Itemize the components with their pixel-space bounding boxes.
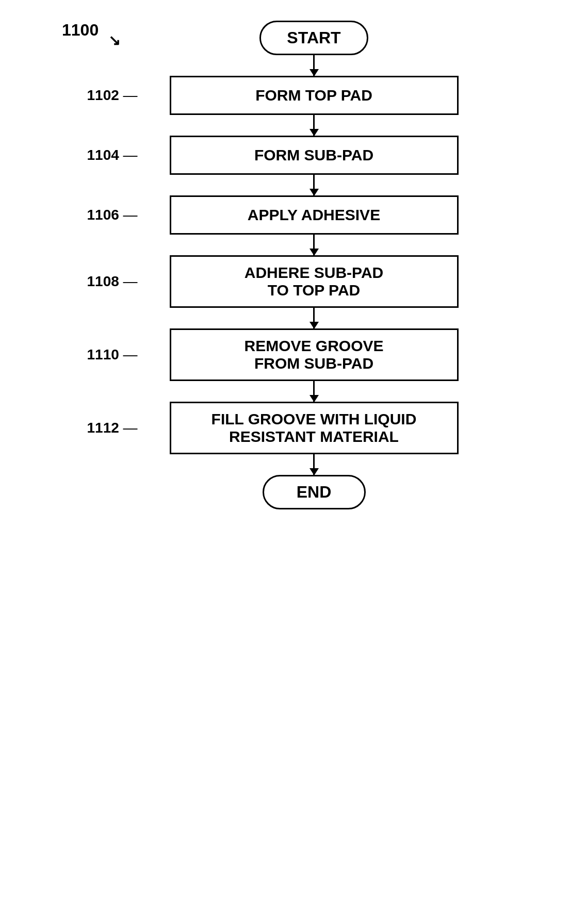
step-1108-wrapper: 1108 — ADHERE SUB-PAD TO TOP PAD	[170, 255, 459, 308]
step-1104-wrapper: 1104 — FORM SUB-PAD	[170, 136, 459, 175]
step-1112-wrapper: 1112 — FILL GROOVE WITH LIQUID RESISTANT…	[170, 402, 459, 454]
arrow-2	[313, 115, 315, 136]
arrow-3	[313, 175, 315, 195]
end-wrapper: END	[263, 475, 366, 509]
arrow-5	[313, 308, 315, 328]
step-1110-label: 1110 —	[87, 346, 142, 363]
end-node: END	[263, 475, 366, 509]
arrow-4	[313, 235, 315, 255]
step-1106-label: 1106 —	[87, 207, 142, 223]
step-1110-wrapper: 1110 — REMOVE GROOVE FROM SUB-PAD	[170, 328, 459, 381]
step-1104-box: FORM SUB-PAD	[170, 136, 459, 175]
step-1106-box: APPLY ADHESIVE	[170, 195, 459, 235]
flowchart: START 1102 — FORM TOP PAD 1104 — FORM SU…	[170, 21, 459, 509]
step-1110-box: REMOVE GROOVE FROM SUB-PAD	[170, 328, 459, 381]
diagram-container: 1100 ↘ START 1102 — FORM TOP PAD 1104 — …	[0, 0, 570, 924]
arrow-6	[313, 381, 315, 402]
step-1112-box: FILL GROOVE WITH LIQUID RESISTANT MATERI…	[170, 402, 459, 454]
figure-arrow: ↘	[108, 32, 120, 49]
step-1108-box: ADHERE SUB-PAD TO TOP PAD	[170, 255, 459, 308]
step-1102-wrapper: 1102 — FORM TOP PAD	[170, 76, 459, 115]
step-1112-label: 1112 —	[87, 420, 142, 436]
arrow-1	[313, 55, 315, 76]
start-wrapper: START	[259, 21, 368, 55]
step-1102-label: 1102 —	[87, 87, 142, 104]
start-node: START	[259, 21, 368, 55]
figure-number: 1100	[62, 21, 99, 40]
step-1108-label: 1108 —	[87, 273, 142, 290]
arrow-7	[313, 454, 315, 475]
step-1102-box: FORM TOP PAD	[170, 76, 459, 115]
step-1104-label: 1104 —	[87, 147, 142, 163]
step-1106-wrapper: 1106 — APPLY ADHESIVE	[170, 195, 459, 235]
